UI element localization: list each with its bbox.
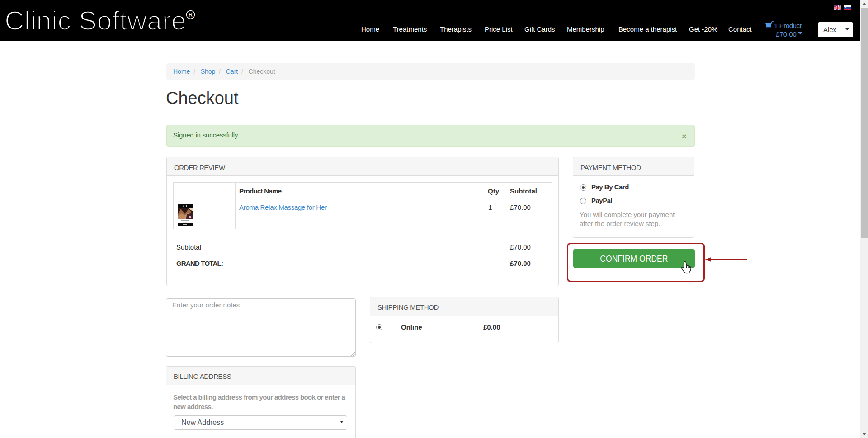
svg-text:Clinic Software: Clinic Software — [5, 7, 186, 35]
svg-text:R: R — [189, 12, 193, 18]
